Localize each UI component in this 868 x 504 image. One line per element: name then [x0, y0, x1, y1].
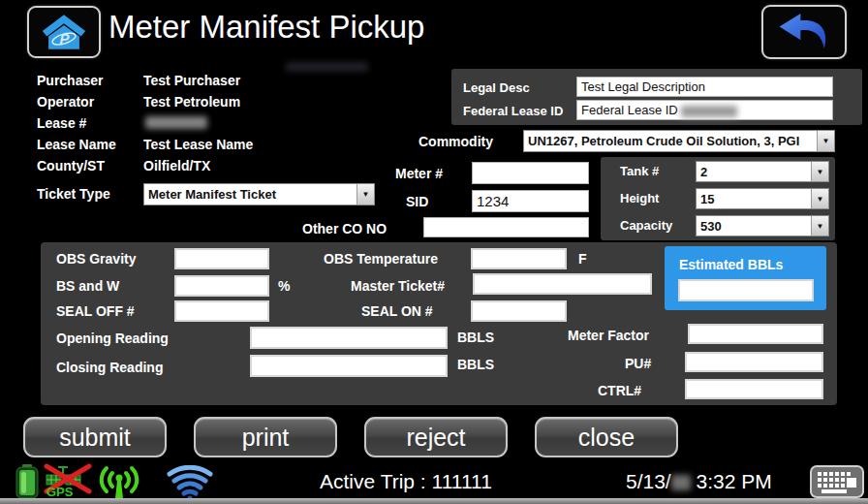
- antenna-icon: [97, 462, 141, 503]
- gps-text: GPS: [46, 485, 73, 499]
- purchaser-value: Test Purchaser: [143, 73, 240, 88]
- close-button[interactable]: close: [535, 417, 678, 457]
- lease-name-label: Lease Name: [37, 137, 116, 152]
- seal-on-label: SEAL ON #: [361, 303, 433, 319]
- capacity-selected: 530: [697, 218, 811, 235]
- page-title: Meter Manifest Pickup: [108, 9, 424, 46]
- county-st-label: County/ST: [37, 158, 105, 173]
- back-button[interactable]: [761, 5, 847, 59]
- chevron-down-icon: ▼: [811, 216, 828, 236]
- datetime: 5/13/ 3:32 PM: [626, 470, 772, 493]
- height-selected: 15: [697, 191, 811, 207]
- seal-off-input[interactable]: [174, 300, 269, 322]
- county-st-value: Oilfield/TX: [143, 158, 210, 173]
- wifi-icon: [165, 465, 215, 500]
- tank-number-selected: 2: [697, 164, 811, 180]
- sid-label: SID: [406, 194, 428, 209]
- legal-desc-input[interactable]: [576, 77, 833, 97]
- obs-gravity-label: OBS Gravity: [56, 251, 136, 267]
- estimated-bbls-input[interactable]: [678, 279, 814, 301]
- active-trip-status: Active Trip : 111111: [320, 470, 492, 493]
- meter-number-label: Meter #: [395, 166, 443, 181]
- operator-value: Test Petroleum: [143, 94, 240, 110]
- height-select[interactable]: 15 ▼: [696, 188, 829, 209]
- chevron-down-icon: ▼: [356, 184, 374, 205]
- opening-reading-label: Opening Reading: [56, 331, 169, 346]
- seal-off-label: SEAL OFF #: [56, 303, 135, 319]
- time-text: 3:32 PM: [697, 470, 772, 492]
- bs-and-w-label: BS and W: [56, 278, 119, 294]
- redacted-smudge: [286, 62, 368, 72]
- chevron-down-icon: ▼: [817, 131, 834, 151]
- closing-reading-label: Closing Reading: [56, 360, 163, 375]
- federal-lease-id-redacted: [681, 106, 737, 117]
- opening-reading-unit: BBLS: [457, 330, 494, 345]
- estimated-bbls-label: Estimated BBLs: [679, 257, 783, 272]
- lease-number-label: Lease #: [37, 115, 86, 131]
- ctrl-number-label: CTRL#: [598, 383, 641, 398]
- operator-label: Operator: [37, 94, 94, 110]
- submit-button[interactable]: submit: [23, 417, 167, 457]
- obs-temperature-unit: F: [578, 251, 587, 267]
- commodity-selected: UN1267, Petroleum Crude Oil Solution, 3,…: [524, 133, 817, 149]
- bottom-edge-bar: [0, 498, 868, 504]
- bs-and-w-input[interactable]: [174, 275, 269, 297]
- closing-reading-unit: BBLS: [457, 357, 494, 372]
- chevron-down-icon: ▼: [811, 162, 828, 181]
- height-label: Height: [620, 191, 659, 205]
- reject-button[interactable]: reject: [364, 417, 508, 457]
- purchaser-label: Purchaser: [37, 73, 103, 88]
- opening-reading-input[interactable]: [250, 327, 448, 349]
- chevron-down-icon: ▼: [811, 189, 828, 208]
- ticket-type-selected: Meter Manifest Ticket: [144, 186, 356, 203]
- obs-temperature-input[interactable]: [471, 248, 567, 269]
- commodity-label: Commodity: [418, 134, 493, 149]
- lease-name-value: Test Lease Name: [143, 137, 253, 152]
- print-button[interactable]: print: [194, 417, 337, 457]
- seal-on-input[interactable]: [471, 300, 567, 322]
- ticket-type-select[interactable]: Meter Manifest Ticket ▼: [143, 183, 375, 205]
- sid-input[interactable]: [472, 190, 589, 212]
- other-co-no-label: Other CO NO: [302, 221, 387, 236]
- pu-number-label: PU#: [625, 356, 651, 371]
- date-year-redacted: [671, 475, 691, 490]
- ctrl-number-input[interactable]: [685, 379, 823, 399]
- master-ticket-label: Master Ticket#: [351, 278, 445, 294]
- meter-factor-input[interactable]: [688, 324, 823, 344]
- lease-number-value-redacted: [145, 116, 207, 129]
- federal-lease-id-text: Federal Lease ID: [581, 103, 681, 117]
- home-icon: P: [42, 14, 86, 50]
- obs-temperature-label: OBS Temperature: [324, 251, 438, 267]
- meter-factor-label: Meter Factor: [568, 328, 649, 343]
- battery-icon: [16, 464, 39, 499]
- obs-gravity-input[interactable]: [174, 248, 269, 269]
- legal-desc-label: Legal Desc: [463, 80, 530, 95]
- tank-number-label: Tank #: [620, 164, 659, 178]
- keyboard-icon[interactable]: [810, 465, 864, 498]
- pu-number-input[interactable]: [685, 352, 823, 372]
- bs-and-w-unit: %: [278, 278, 290, 294]
- federal-lease-id-label: Federal Lease ID: [463, 104, 563, 118]
- back-arrow-icon: [776, 12, 832, 52]
- capacity-label: Capacity: [620, 218, 672, 233]
- home-button[interactable]: P: [27, 6, 101, 58]
- master-ticket-input[interactable]: [473, 273, 652, 295]
- meter-manifest-pickup-screen: P Meter Manifest Pickup Purchaser Test P…: [0, 0, 868, 504]
- meter-number-input[interactable]: [472, 162, 589, 184]
- tank-number-select[interactable]: 2 ▼: [696, 161, 829, 182]
- date-text: 5/13/: [626, 470, 671, 492]
- capacity-select[interactable]: 530 ▼: [696, 215, 829, 236]
- commodity-select[interactable]: UN1267, Petroleum Crude Oil Solution, 3,…: [523, 130, 835, 152]
- ticket-type-label: Ticket Type: [37, 186, 110, 202]
- svg-text:P: P: [60, 30, 71, 47]
- federal-lease-id-input[interactable]: Federal Lease ID: [576, 100, 833, 120]
- closing-reading-input[interactable]: [250, 355, 448, 377]
- other-co-no-input[interactable]: [423, 217, 589, 237]
